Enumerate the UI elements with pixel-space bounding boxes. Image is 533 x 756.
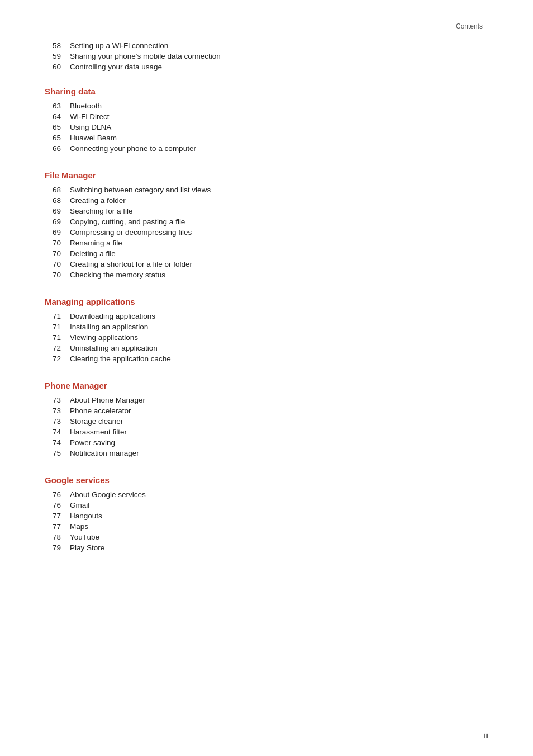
toc-item: 77 Maps — [45, 522, 488, 531]
toc-item: 76 About Google services — [45, 490, 488, 499]
toc-item: 70 Renaming a file — [45, 239, 488, 247]
section-title: Phone Manager — [45, 381, 488, 390]
toc-number: 66 — [45, 144, 70, 153]
toc-number: 65 — [45, 123, 70, 131]
toc-item: 74 Harassment filter — [45, 428, 488, 436]
toc-text: Renaming a file — [70, 239, 122, 247]
toc-text: Hangouts — [70, 512, 102, 520]
toc-text: Connecting your phone to a computer — [70, 144, 196, 153]
toc-number: 70 — [45, 260, 70, 268]
toc-item: 65 Using DLNA — [45, 123, 488, 131]
toc-text: Copying, cutting, and pasting a file — [70, 218, 185, 226]
section: File Manager 68 Switching between catego… — [45, 171, 488, 279]
sections-container: Sharing data 63 Bluetooth 64 Wi-Fi Direc… — [45, 87, 488, 552]
toc-item: 78 YouTube — [45, 533, 488, 541]
toc-text: Bluetooth — [70, 102, 102, 110]
toc-number: 69 — [45, 218, 70, 226]
section-title: File Manager — [45, 171, 488, 180]
toc-text: Compressing or decompressing files — [70, 228, 192, 237]
toc-item: 69 Searching for a file — [45, 207, 488, 215]
toc-text: Clearing the application cache — [70, 355, 171, 363]
toc-text: YouTube — [70, 533, 99, 541]
toc-list: 71 Downloading applications 71 Installin… — [45, 312, 488, 363]
toc-text: Huawei Beam — [70, 134, 117, 142]
toc-item: 73 About Phone Manager — [45, 396, 488, 404]
toc-number: 73 — [45, 407, 70, 415]
toc-number: 77 — [45, 512, 70, 520]
toc-item: 70 Deleting a file — [45, 249, 488, 258]
toc-number: 72 — [45, 344, 70, 352]
toc-number: 70 — [45, 239, 70, 247]
toc-number: 71 — [45, 333, 70, 342]
page-number: iii — [484, 731, 488, 739]
section-title: Managing applications — [45, 297, 488, 306]
toc-item: 66 Connecting your phone to a computer — [45, 144, 488, 153]
toc-text: Creating a shortcut for a file or folder — [70, 260, 192, 268]
toc-text: Sharing your phone's mobile data connect… — [70, 52, 221, 60]
toc-number: 59 — [45, 52, 70, 60]
section: Phone Manager 73 About Phone Manager 73 … — [45, 381, 488, 457]
toc-text: Creating a folder — [70, 196, 126, 205]
section-title: Sharing data — [45, 87, 488, 96]
toc-number: 64 — [45, 112, 70, 121]
toc-item: 65 Huawei Beam — [45, 134, 488, 142]
toc-text: Gmail — [70, 501, 89, 509]
section-title: Google services — [45, 475, 488, 485]
toc-number: 60 — [45, 63, 70, 71]
toc-item: 68 Switching between category and list v… — [45, 186, 488, 194]
toc-number: 76 — [45, 490, 70, 499]
toc-text: Harassment filter — [70, 428, 127, 436]
toc-number: 77 — [45, 522, 70, 531]
toc-item: 77 Hangouts — [45, 512, 488, 520]
toc-number: 65 — [45, 134, 70, 142]
toc-number: 71 — [45, 312, 70, 320]
page-header: Contents — [45, 22, 488, 30]
section: Sharing data 63 Bluetooth 64 Wi-Fi Direc… — [45, 87, 488, 153]
toc-item: 73 Storage cleaner — [45, 417, 488, 426]
toc-number: 69 — [45, 228, 70, 237]
toc-text: Uninstalling an application — [70, 344, 158, 352]
intro-item: 59 Sharing your phone's mobile data conn… — [45, 52, 488, 60]
toc-item: 70 Creating a shortcut for a file or fol… — [45, 260, 488, 268]
toc-list: 76 About Google services 76 Gmail 77 Han… — [45, 490, 488, 552]
toc-text: Storage cleaner — [70, 417, 123, 426]
toc-list: 63 Bluetooth 64 Wi-Fi Direct 65 Using DL… — [45, 102, 488, 153]
toc-text: Power saving — [70, 438, 115, 447]
toc-number: 58 — [45, 41, 70, 50]
toc-item: 71 Installing an application — [45, 323, 488, 331]
toc-number: 73 — [45, 417, 70, 426]
toc-number: 70 — [45, 271, 70, 279]
toc-number: 78 — [45, 533, 70, 541]
toc-item: 72 Uninstalling an application — [45, 344, 488, 352]
toc-text: Phone accelerator — [70, 407, 131, 415]
toc-item: 68 Creating a folder — [45, 196, 488, 205]
toc-item: 69 Copying, cutting, and pasting a file — [45, 218, 488, 226]
toc-number: 74 — [45, 428, 70, 436]
toc-item: 64 Wi-Fi Direct — [45, 112, 488, 121]
toc-list: 68 Switching between category and list v… — [45, 186, 488, 279]
toc-text: Using DLNA — [70, 123, 111, 131]
toc-text: Play Store — [70, 544, 104, 552]
toc-number: 79 — [45, 544, 70, 552]
toc-item: 75 Notification manager — [45, 449, 488, 457]
intro-list: 58 Setting up a Wi-Fi connection 59 Shar… — [45, 41, 488, 71]
toc-item: 71 Downloading applications — [45, 312, 488, 320]
toc-text: Checking the memory status — [70, 271, 165, 279]
toc-item: 63 Bluetooth — [45, 102, 488, 110]
toc-item: 74 Power saving — [45, 438, 488, 447]
page-container: Contents 58 Setting up a Wi-Fi connectio… — [0, 0, 533, 756]
intro-item: 60 Controlling your data usage — [45, 63, 488, 71]
toc-text: Wi-Fi Direct — [70, 112, 110, 121]
toc-text: Maps — [70, 522, 88, 531]
toc-number: 63 — [45, 102, 70, 110]
toc-item: 70 Checking the memory status — [45, 271, 488, 279]
toc-number: 70 — [45, 249, 70, 258]
section: Google services 76 About Google services… — [45, 475, 488, 552]
toc-list: 73 About Phone Manager 73 Phone accelera… — [45, 396, 488, 457]
header-label: Contents — [456, 22, 483, 30]
toc-text: Notification manager — [70, 449, 139, 457]
toc-text: Searching for a file — [70, 207, 133, 215]
intro-item: 58 Setting up a Wi-Fi connection — [45, 41, 488, 50]
toc-text: Switching between category and list view… — [70, 186, 211, 194]
page-footer: iii — [484, 731, 488, 739]
